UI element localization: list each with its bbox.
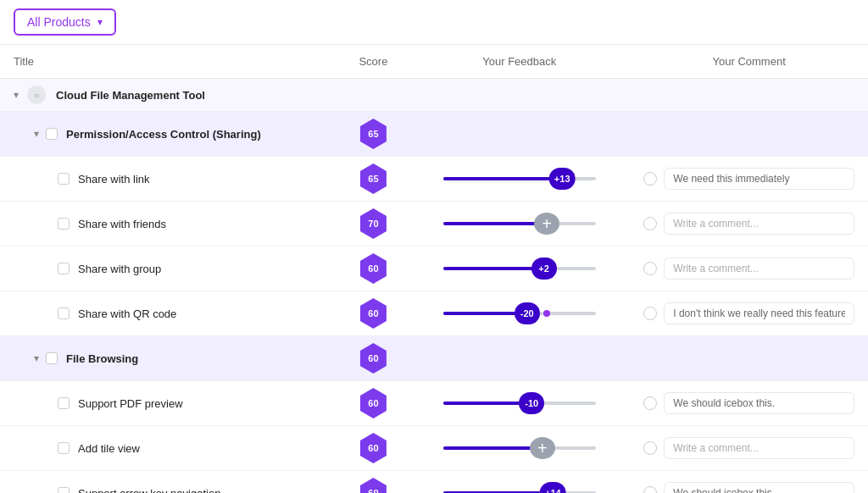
col-score: Score xyxy=(338,45,409,79)
feedback-cell: -20 xyxy=(409,291,630,336)
row-checkbox[interactable] xyxy=(58,397,70,409)
feedback-cell: + xyxy=(409,202,630,246)
track-filled xyxy=(443,222,542,225)
comment-input[interactable] xyxy=(664,392,854,414)
header-bar: All Products ▾ xyxy=(0,0,868,45)
table-row: Share with link 65+13 xyxy=(0,157,868,202)
hex-badge: 65 xyxy=(358,163,388,194)
comment-cell xyxy=(630,426,868,471)
score-bubble[interactable]: + xyxy=(530,437,555,459)
slider-wrap[interactable]: + xyxy=(443,436,596,460)
radio-circle[interactable] xyxy=(643,307,657,320)
comment-cell xyxy=(630,246,868,291)
table-row: Support arrow key navigation 60+14 xyxy=(0,471,868,494)
chevron-expand-btn[interactable]: ▾ xyxy=(31,351,42,366)
slider-wrap[interactable]: -20 xyxy=(443,302,596,325)
product-dropdown[interactable]: All Products ▾ xyxy=(14,8,116,36)
col-title: Title xyxy=(0,45,338,79)
feedback-cell: -10 xyxy=(409,381,630,426)
comment-input[interactable] xyxy=(664,437,854,459)
hex-badge: 60 xyxy=(358,433,388,463)
row-score-cell: 65 xyxy=(338,157,409,202)
row-title-cell: Support PDF preview xyxy=(0,381,338,426)
col-feedback: Your Feedback xyxy=(409,45,630,79)
comment-cell xyxy=(630,471,868,494)
row-checkbox[interactable] xyxy=(58,307,70,319)
score-bubble[interactable]: +2 xyxy=(531,258,557,280)
main-table: Title Score Your Feedback Your Comment ▾… xyxy=(0,45,868,493)
row-label: Share with group xyxy=(78,263,161,275)
track-filled xyxy=(443,446,538,450)
row-label: Share with friends xyxy=(78,218,166,230)
row-label: Share with link xyxy=(78,173,150,186)
table-row: Share with friends 70+ xyxy=(0,202,868,246)
row-title-cell: Share with link xyxy=(0,157,338,202)
slider-wrap[interactable]: +13 xyxy=(443,167,596,191)
subgroup-feedback-cell xyxy=(409,112,630,157)
chevron-expand-btn[interactable]: ▾ xyxy=(10,87,22,102)
subgroup-row: ▾ File Browsing 60 xyxy=(0,336,868,381)
comment-input[interactable] xyxy=(664,302,854,324)
comment-cell xyxy=(630,381,868,426)
feedback-cell: +13 xyxy=(409,157,630,202)
subgroup-score-cell: 60 xyxy=(338,336,409,381)
radio-circle[interactable] xyxy=(643,262,657,275)
feedback-cell: +14 xyxy=(409,471,630,494)
row-checkbox[interactable] xyxy=(58,487,70,493)
group-row: ▾ ○ Cloud File Management Tool xyxy=(0,79,868,112)
score-bubble[interactable]: +13 xyxy=(549,168,576,190)
score-bubble[interactable]: +14 xyxy=(540,482,566,493)
track-filled xyxy=(443,177,554,180)
subgroup-title-cell: ▾ File Browsing xyxy=(0,336,338,381)
table-row: Share with QR code 60-20 xyxy=(0,291,868,336)
subgroup-checkbox[interactable] xyxy=(46,128,58,140)
slider-wrap[interactable]: -10 xyxy=(443,391,596,415)
radio-circle[interactable] xyxy=(643,441,657,455)
row-score-cell: 60 xyxy=(338,426,409,471)
track-filled xyxy=(443,267,538,270)
chevron-expand-btn[interactable]: ▾ xyxy=(31,126,42,141)
comment-input[interactable] xyxy=(664,168,854,190)
row-checkbox[interactable] xyxy=(58,442,70,454)
score-bubble[interactable]: + xyxy=(534,213,559,235)
radio-circle[interactable] xyxy=(643,486,657,493)
radio-circle[interactable] xyxy=(643,396,657,410)
subgroup-label: Permission/Access Control (Sharing) xyxy=(66,128,261,141)
row-title-cell: Share with QR code xyxy=(0,291,338,336)
subgroup-comment-cell xyxy=(630,336,868,381)
score-bubble[interactable]: -10 xyxy=(519,392,544,414)
hex-badge: 60 xyxy=(358,298,388,329)
dropdown-label: All Products xyxy=(27,15,91,29)
radio-circle[interactable] xyxy=(643,217,657,230)
row-checkbox[interactable] xyxy=(58,218,70,230)
comment-row xyxy=(643,258,854,280)
group-title-cell: ▾ ○ Cloud File Management Tool xyxy=(0,79,868,112)
comment-input[interactable] xyxy=(664,482,854,493)
hex-badge: 60 xyxy=(358,388,388,418)
slider-wrap[interactable]: + xyxy=(443,212,596,235)
subgroup-comment-cell xyxy=(630,112,868,157)
row-label: Support arrow key navigation xyxy=(78,487,220,494)
dot-marker xyxy=(543,310,550,317)
row-checkbox[interactable] xyxy=(58,173,70,185)
feedback-cell: +2 xyxy=(409,246,630,291)
row-checkbox[interactable] xyxy=(58,263,70,274)
comment-input[interactable] xyxy=(664,213,854,235)
radio-circle[interactable] xyxy=(643,172,657,186)
row-label: Share with QR code xyxy=(78,307,176,320)
table-row: Support PDF preview 60-10 xyxy=(0,381,868,426)
subgroup-feedback-cell xyxy=(409,336,630,381)
comment-cell xyxy=(630,291,868,336)
table-row: Share with group 60+2 xyxy=(0,246,868,291)
row-score-cell: 60 xyxy=(338,471,409,494)
row-label: Add tile view xyxy=(78,442,140,455)
comment-input[interactable] xyxy=(664,258,854,280)
subgroup-checkbox[interactable] xyxy=(46,352,58,364)
score-bubble[interactable]: -20 xyxy=(515,302,540,324)
row-title-cell: Add tile view xyxy=(0,426,338,471)
comment-cell xyxy=(630,202,868,246)
feedback-cell: + xyxy=(409,426,630,471)
group-avatar: ○ xyxy=(27,86,46,104)
slider-wrap[interactable]: +2 xyxy=(443,257,596,280)
slider-wrap[interactable]: +14 xyxy=(443,481,596,493)
